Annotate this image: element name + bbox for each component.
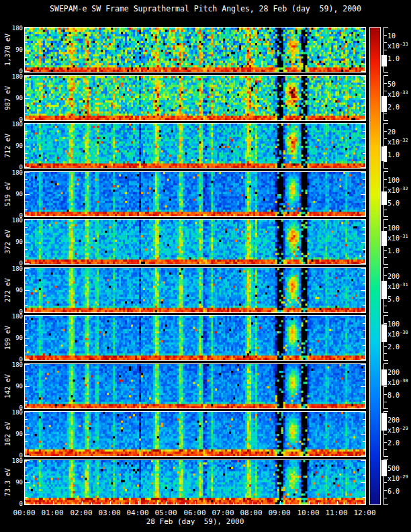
scale-tick-mark <box>384 187 387 187</box>
scale-tick-mark <box>384 257 387 258</box>
scale-mid-label: 5.0 <box>387 200 400 207</box>
scale-exponent-label: x10-30 <box>387 378 408 386</box>
y-tick-label-180: 180 <box>9 457 23 464</box>
scale-exponent-label: x10-29 <box>387 474 408 482</box>
scale-max-label: 200 <box>387 273 400 280</box>
scale-tick-mark <box>384 83 387 84</box>
spectrogram-panel: 199 eV 180 90 0 100 x10-30 2.0 <box>0 315 411 361</box>
scale-tick-mark <box>384 210 387 210</box>
scale-tick-mark <box>384 330 387 331</box>
y-tick-label-180: 180 <box>9 265 23 272</box>
scale-exponent-value: -31 <box>400 282 408 287</box>
scale-tick-mark <box>384 371 387 372</box>
spectrogram-canvas <box>24 363 366 409</box>
scale-tick-mark <box>384 475 387 476</box>
scale-tick-mark <box>384 360 388 361</box>
x-tick-label: 05:00 <box>151 508 181 517</box>
scale-tick-mark <box>384 171 388 172</box>
scale-tick-mark <box>384 161 387 162</box>
colorbar-scale-axis: 200 x10-31 5.0 <box>383 267 411 313</box>
scale-tick-mark <box>384 219 388 220</box>
scale-exponent-value: -30 <box>400 378 408 384</box>
y-tick-label-90: 90 <box>9 95 23 101</box>
scale-tick-mark <box>384 35 387 36</box>
spectrogram-canvas <box>24 459 366 505</box>
scale-exponent-prefix: x10 <box>387 475 400 482</box>
x-tick-label: 03:00 <box>95 508 124 517</box>
colorbar-scale-axis: 500 x10-29 6.0 <box>383 459 411 505</box>
scale-tick-mark <box>384 106 387 107</box>
scale-tick-mark <box>384 411 388 412</box>
spectrogram-panel: 102 eV 180 90 0 200 x10-29 2.0 <box>0 411 411 457</box>
spectrogram-canvas <box>24 315 366 361</box>
scale-tick-mark <box>384 283 387 283</box>
scale-exponent-value: -31 <box>400 234 408 239</box>
scale-tick-mark <box>384 482 387 483</box>
scale-tick-mark <box>384 91 387 91</box>
scale-indicator-box <box>381 460 387 476</box>
scale-exponent-label: x10-30 <box>387 330 408 338</box>
scale-tick-mark <box>384 442 387 443</box>
y-tick-label-90: 90 <box>9 287 23 294</box>
scale-tick-mark <box>384 490 387 491</box>
spectrogram-canvas <box>24 411 366 457</box>
scale-exponent-value: -33 <box>400 90 408 95</box>
scale-tick-mark <box>384 427 387 427</box>
scale-exponent-value: -32 <box>400 138 408 143</box>
scale-tick-mark <box>384 138 387 139</box>
colorbar-scale-axis: 20 x10-32 1.0 <box>383 123 411 169</box>
y-tick-label-90: 90 <box>9 191 23 197</box>
x-tick-label: 10:00 <box>293 508 323 517</box>
scale-mid-label: 2.0 <box>387 343 400 351</box>
spectrogram-panel: 272 eV 180 90 0 200 x10-31 5.0 <box>0 267 411 313</box>
scale-tick-mark <box>384 194 387 195</box>
x-tick-label: 07:00 <box>208 508 238 517</box>
plot-title: SWEPAM-e SW Frame Suprathermal Pitch Ang… <box>0 4 411 13</box>
y-tick-label-90: 90 <box>9 335 23 341</box>
scale-tick-mark <box>384 234 387 235</box>
y-tick-label-180: 180 <box>9 409 23 416</box>
scale-tick-mark <box>384 394 387 395</box>
scale-exponent-label: x10-31 <box>387 234 408 242</box>
y-tick-label-90: 90 <box>9 383 23 390</box>
colorbar-scale-axis: 200 x10-29 2.0 <box>383 411 411 457</box>
colorbar-scale-axis: 100 x10-30 2.0 <box>383 315 411 361</box>
scale-exponent-label: x10-32 <box>387 186 408 194</box>
scale-exponent-prefix: x10 <box>387 234 400 242</box>
scale-tick-mark <box>384 267 388 268</box>
scale-exponent-prefix: x10 <box>387 91 400 98</box>
spectrogram-panel: 1,370 eV 180 90 0 10 x10-33 1.0 <box>0 27 411 73</box>
x-tick-label: 04:00 <box>123 508 152 517</box>
scale-tick-mark <box>384 58 387 58</box>
scale-mid-label: 2.0 <box>387 103 400 111</box>
scale-exponent-prefix: x10 <box>387 427 400 434</box>
scale-mid-label: 1.0 <box>387 55 400 62</box>
y-tick-label-180: 180 <box>9 25 23 32</box>
colorbar-scale-axis: 200 x10-30 8.0 <box>383 363 411 409</box>
scale-tick-mark <box>384 65 387 66</box>
x-tick-label: 08:00 <box>236 508 266 517</box>
scale-exponent-value: -29 <box>400 474 408 480</box>
scale-tick-mark <box>384 98 387 99</box>
scale-mid-label: 6.0 <box>387 488 400 495</box>
y-tick-label-180: 180 <box>9 217 23 224</box>
x-tick-label: 09:00 <box>265 508 294 517</box>
scale-max-label: 10 <box>387 32 396 40</box>
scale-tick-mark <box>384 146 387 146</box>
spectrogram-panel: 73.3 eV 180 90 0 500 x10-29 6.0 <box>0 459 411 505</box>
spectrogram-panel: 519 eV 180 90 0 100 x10-32 5.0 <box>0 171 411 217</box>
scale-tick-mark <box>384 202 387 203</box>
scale-exponent-value: -29 <box>400 426 408 431</box>
scale-exponent-prefix: x10 <box>387 379 400 386</box>
y-tick-label-180: 180 <box>9 313 23 320</box>
x-tick-label: 01:00 <box>38 508 67 517</box>
scale-tick-mark <box>384 42 387 43</box>
scale-exponent-label: x10-33 <box>387 42 408 50</box>
scale-indicator-box <box>381 191 387 205</box>
scale-tick-mark <box>384 50 387 50</box>
colorbar-gradient <box>369 27 381 505</box>
spectrogram-panel: 372 eV 180 90 0 100 x10-31 1.0 <box>0 219 411 265</box>
x-tick-label: 12:00 <box>350 508 379 517</box>
scale-tick-mark <box>384 312 388 313</box>
scale-tick-mark <box>384 346 387 347</box>
